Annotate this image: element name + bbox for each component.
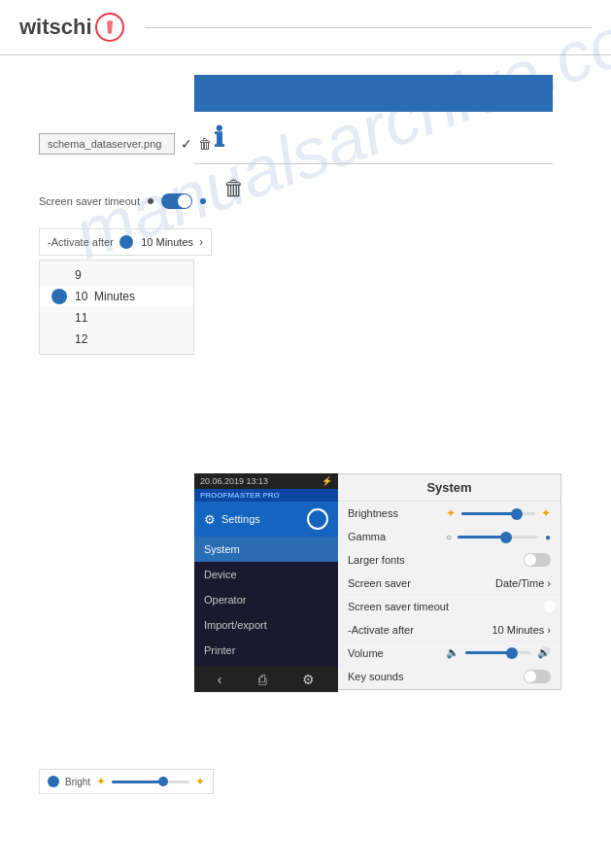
screen-saver-timeout-thumb — [544, 601, 556, 612]
gamma-thumb — [500, 532, 512, 543]
section-divider — [194, 163, 553, 164]
spinner-selected-dot — [51, 289, 67, 304]
screen-saver-label-sys: Screen saver — [348, 577, 440, 589]
activate-after-value-sys[interactable]: 10 Minutes › — [492, 624, 551, 636]
device-menu-panel: 20.06.2019 13:13 ⚡ PROOFMASTER PRO ⚙ Set… — [194, 473, 338, 692]
sidebar-item-settings[interactable]: ⚙ Settings — [194, 502, 338, 537]
volume-icon-right: 🔊 — [537, 646, 551, 659]
copy-icon[interactable]: ⎙ — [258, 672, 266, 687]
brightness-sun-right: ✦ — [195, 775, 205, 788]
settings-icon[interactable]: ⚙ — [302, 672, 315, 687]
system-key-sounds-row: Key sounds — [338, 665, 560, 689]
brightness-slider[interactable] — [461, 512, 535, 515]
minute-spinner[interactable]: 9 10 Minutes 11 12 — [39, 260, 194, 355]
file-trash-icon[interactable]: 🗑 — [198, 136, 212, 152]
toggle-dot-left — [148, 198, 153, 204]
system-settings-panel: System Brightness ✦ ✦ Gamma ○ ● — [338, 473, 561, 690]
system-activate-after-row: -Activate after 10 Minutes › — [338, 619, 560, 642]
logo-circle-icon — [94, 12, 125, 43]
screen-saver-timeout-label-sys: Screen saver timeout — [348, 601, 551, 612]
activate-after-label-sys: -Activate after — [348, 624, 440, 636]
key-sounds-label: Key sounds — [348, 671, 440, 682]
page-header: witschi — [0, 0, 611, 55]
system-brightness-row: Brightness ✦ ✦ — [338, 502, 560, 526]
screen-saver-toggle[interactable] — [161, 193, 192, 209]
sidebar-item-printer[interactable]: Printer — [194, 638, 338, 663]
brightness-icon-left: ✦ — [446, 506, 456, 520]
brightness-slider-bottom[interactable] — [112, 781, 189, 783]
activate-dot — [119, 235, 133, 249]
gamma-fill — [458, 536, 502, 538]
header-divider — [145, 27, 592, 28]
system-screen-saver-row: Screen saver Date/Time › — [338, 573, 560, 595]
check-icon[interactable]: ✓ — [181, 136, 192, 152]
brightness-thumb-bottom — [158, 777, 168, 786]
screen-saver-timeout-row: Screen saver timeout — [39, 193, 212, 209]
toggle-thumb — [178, 194, 191, 208]
sidebar-item-system[interactable]: System — [194, 537, 338, 562]
system-screen-saver-timeout-row: Screen saver timeout — [338, 595, 560, 619]
spinner-empty-2 — [51, 310, 67, 326]
system-volume-row: Volume 🔈 🔊 — [338, 642, 560, 665]
volume-label: Volume — [348, 647, 440, 659]
spinner-item-12[interactable]: 12 — [40, 329, 193, 350]
spinner-empty — [51, 267, 67, 283]
brightness-label-bottom: Bright — [65, 777, 90, 787]
screen-saver-value[interactable]: Date/Time › — [495, 577, 551, 589]
volume-fill — [465, 651, 508, 654]
system-panel-title: System — [338, 474, 560, 502]
brightness-fill — [461, 512, 513, 515]
brightness-thumb — [511, 508, 523, 520]
left-panel: schema_dataserver.png ✓ 🗑 Screen saver t… — [39, 133, 212, 355]
spinner-item-11[interactable]: 11 — [40, 307, 193, 329]
brightness-fill-bottom — [112, 781, 162, 783]
key-sounds-toggle[interactable] — [524, 670, 551, 683]
brightness-row: Bright ✦ ✦ — [39, 769, 214, 794]
activate-value: 10 Minutes — [141, 236, 193, 248]
spinner-empty-3 — [51, 331, 67, 347]
volume-icon-left: 🔈 — [446, 646, 459, 659]
sidebar-item-operator[interactable]: Operator — [194, 587, 338, 612]
file-input-box[interactable]: schema_dataserver.png — [39, 133, 175, 155]
activate-label: -Activate after — [48, 236, 114, 248]
brightness-dot — [48, 776, 59, 787]
spinner-item-10[interactable]: 10 Minutes — [40, 286, 193, 307]
screen-saver-label: Screen saver timeout — [39, 195, 140, 207]
device-bottom-bar: ‹ ⎙ ⚙ — [194, 667, 338, 692]
volume-slider[interactable] — [465, 651, 531, 654]
system-larger-fonts-row: Larger fonts — [338, 548, 560, 573]
activate-after-row: -Activate after 10 Minutes › — [39, 228, 212, 256]
gamma-slider[interactable] — [458, 536, 539, 538]
gamma-icon-right: ● — [545, 532, 551, 542]
info-icon: ℹ — [214, 122, 224, 154]
device-app-name: PROOFMASTER PRO — [194, 489, 338, 502]
logo-text: witschi — [19, 15, 92, 40]
larger-fonts-label: Larger fonts — [348, 554, 440, 566]
larger-fonts-toggle[interactable] — [524, 553, 551, 567]
trash-row: 🗑 — [194, 176, 572, 201]
volume-thumb — [506, 647, 518, 659]
device-datetime: 20.06.2019 13:13 — [200, 476, 268, 486]
larger-fonts-thumb — [525, 554, 536, 566]
sidebar-item-import-export[interactable]: Import/export — [194, 612, 338, 638]
gamma-icon-left: ○ — [446, 532, 452, 542]
sidebar-item-device[interactable]: Device — [194, 562, 338, 587]
info-bar — [194, 75, 553, 112]
device-screenshot: 20.06.2019 13:13 ⚡ PROOFMASTER PRO ⚙ Set… — [194, 473, 563, 692]
gamma-label: Gamma — [348, 531, 440, 542]
gear-icon: ⚙ — [204, 512, 216, 527]
brightness-sun-left: ✦ — [96, 775, 106, 788]
back-icon[interactable]: ‹ — [218, 672, 222, 687]
activate-chevron[interactable]: › — [199, 235, 203, 249]
toggle-dot-right — [200, 198, 206, 204]
key-sounds-thumb — [525, 671, 536, 682]
file-input-row: schema_dataserver.png ✓ 🗑 — [39, 133, 212, 155]
device-bluetooth-icon: ⚡ — [322, 476, 332, 486]
trash-icon[interactable]: 🗑 — [223, 176, 245, 201]
system-gamma-row: Gamma ○ ● — [338, 526, 560, 548]
bottom-brightness-section: Bright ✦ ✦ — [39, 769, 214, 794]
brightness-icon-right: ✦ — [541, 506, 551, 520]
logo: witschi — [19, 12, 125, 43]
settings-circle — [307, 508, 328, 530]
spinner-item-9[interactable]: 9 — [40, 264, 193, 286]
